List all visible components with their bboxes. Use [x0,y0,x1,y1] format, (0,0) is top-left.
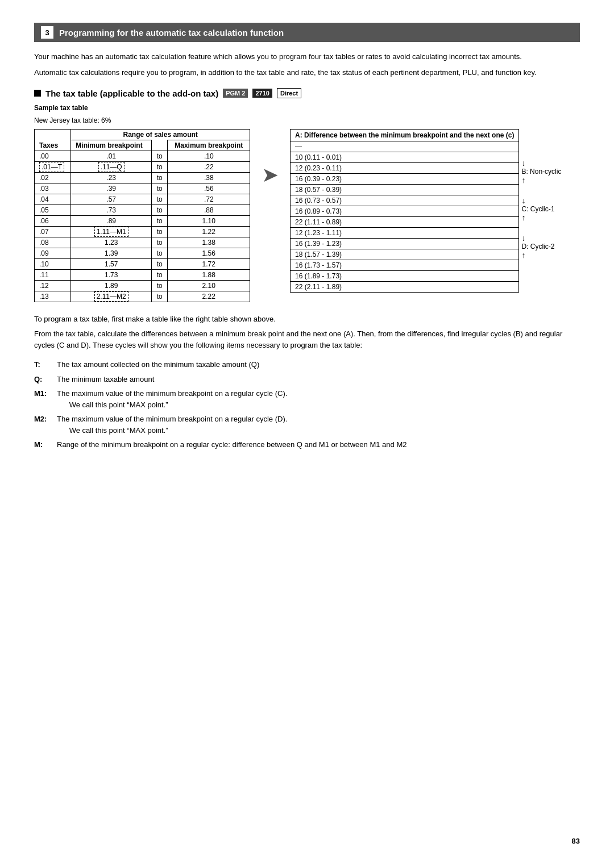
diff-row: 22 (1.11 - 0.89) [291,217,519,228]
tax-row-taxes: .00 [35,151,71,162]
tax-row-taxes: .09 [35,248,71,259]
tax-row-taxes: .02 [35,173,71,183]
diff-row: 18 (1.57 - 1.39) [291,249,519,260]
tax-row-max: .56 [168,183,250,194]
cycle-arrow-up: ↑ [521,251,561,260]
tax-row-taxes: .03 [35,183,71,194]
tax-row-max: .38 [168,173,250,183]
tax-row-max: .10 [168,151,250,162]
tax-row-max: .72 [168,194,250,205]
section-number: 3 [41,26,53,39]
definition-value: The maximum value of the minimum breakpo… [57,414,580,436]
tax-row-min: .23 [71,173,152,183]
definition-value: The maximum value of the minimum breakpo… [57,388,580,410]
right-panel: A: Difference between the minimum breakp… [290,129,561,293]
tax-row-to: to [151,270,167,281]
tax-row-max: 2.10 [168,281,250,291]
tax-row-max: .88 [168,205,250,216]
tax-row-min: 1.23 [71,237,152,248]
cycle-label: C: Cyclic-1 [521,205,561,213]
tax-row-taxes: .05 [35,205,71,216]
definition-value: The tax amount collected on the minimum … [57,359,580,370]
diff-row: 16 (1.39 - 1.23) [291,239,519,249]
page-number: 83 [572,837,580,845]
table-area: Taxes Range of sales amount Minimum brea… [34,129,580,302]
tax-row-max: 1.56 [168,248,250,259]
tax-row-to: to [151,259,167,270]
diff-row: 16 (0.89 - 0.73) [291,206,519,217]
body-text-2: From the tax table, calculate the differ… [34,328,580,351]
tax-row-taxes: .04 [35,194,71,205]
tax-row-to: to [151,183,167,194]
definition-key: M: [34,439,57,450]
cycle-arrow-down: ↓ [521,233,561,243]
section-header: 3 Programming for the automatic tax calc… [34,23,580,42]
tax-row-taxes: .13 [35,291,71,302]
tax-row-to: to [151,216,167,227]
tax-row-to: to [151,162,167,173]
definition-item: M2:The maximum value of the minimum brea… [34,414,580,436]
cycle-labels-column: ↓B: Non-cyclic↑↓C: Cyclic-1↑↓D: Cyclic-2… [521,129,561,260]
tax-row-max: 1.88 [168,270,250,281]
tax-row-min: 1.89 [71,281,152,291]
tax-row-min: .11—Q [71,162,152,173]
cycle-arrow-up: ↑ [521,176,561,185]
tax-row-min: .73 [71,205,152,216]
definition-key: T: [34,359,57,370]
diff-row: 12 (0.23 - 0.11) [291,163,519,174]
tax-row-to: to [151,151,167,162]
diff-row: 16 (1.73 - 1.57) [291,260,519,271]
diff-row: 16 (0.39 - 0.23) [291,174,519,185]
diff-table: A: Difference between the minimum breakp… [290,129,519,293]
tax-row-min: .39 [71,183,152,194]
diff-row: 16 (1.89 - 1.73) [291,271,519,282]
max-bp-header: Maximum breakpoint [168,140,250,151]
tax-row-to: to [151,173,167,183]
definition-item: T:The tax amount collected on the minimu… [34,359,580,370]
tax-row-max: 1.22 [168,227,250,237]
range-col-header: Range of sales amount [71,130,250,140]
section-title: Programming for the automatic tax calcul… [59,28,284,37]
definitions-list: T:The tax amount collected on the minimu… [34,359,580,450]
cycle-label: D: Cyclic-2 [521,243,561,251]
tax-row-min: .01 [71,151,152,162]
tax-row-taxes: .11 [35,270,71,281]
tax-row-max: 1.10 [168,216,250,227]
definition-key: M1: [34,388,57,410]
diff-row: 12 (1.23 - 1.11) [291,228,519,239]
tax-row-taxes: .07 [35,227,71,237]
main-tax-table: Taxes Range of sales amount Minimum brea… [34,129,250,302]
tax-row-to: to [151,248,167,259]
diff-header: A: Difference between the minimum breakp… [291,130,519,141]
subsection-heading: The tax table (applicable to the add-on … [34,88,580,98]
body-text-1: To program a tax table, first make a tab… [34,314,580,325]
tax-row-to: to [151,205,167,216]
intro-text-1: Your machine has an automatic tax calcul… [34,51,580,62]
min-bp-header: Minimum breakpoint [71,140,152,151]
direct-badge: Direct [277,88,301,98]
diff-row: — [291,141,519,152]
tax-row-min: 1.39 [71,248,152,259]
tax-row-taxes: .10 [35,259,71,270]
tax-row-max: 1.72 [168,259,250,270]
tax-row-max: 2.22 [168,291,250,302]
tax-row-min: .57 [71,194,152,205]
black-square-icon [34,90,41,97]
tax-row-max: .22 [168,162,250,173]
diff-row: 18 (0.57 - 0.39) [291,185,519,195]
tax-row-to: to [151,194,167,205]
diff-row: 16 (0.73 - 0.57) [291,195,519,206]
tax-row-min: 1.57 [71,259,152,270]
cycle-arrow-up: ↑ [521,213,561,222]
tax-row-min: 1.11—M1 [71,227,152,237]
definition-item: M1:The maximum value of the minimum brea… [34,388,580,410]
tax-row-min: .89 [71,216,152,227]
definition-value: Range of the minimum breakpoint on a reg… [57,439,580,450]
tax-row-taxes: .08 [35,237,71,248]
intro-text-2: Automatic tax calculations require you t… [34,67,580,78]
taxes-col-header: Taxes [35,130,71,151]
definition-key: Q: [34,374,57,385]
diff-row: 10 (0.11 - 0.01) [291,152,519,163]
tax-row-taxes: .12 [35,281,71,291]
cycle-arrow-down: ↓ [521,158,561,168]
